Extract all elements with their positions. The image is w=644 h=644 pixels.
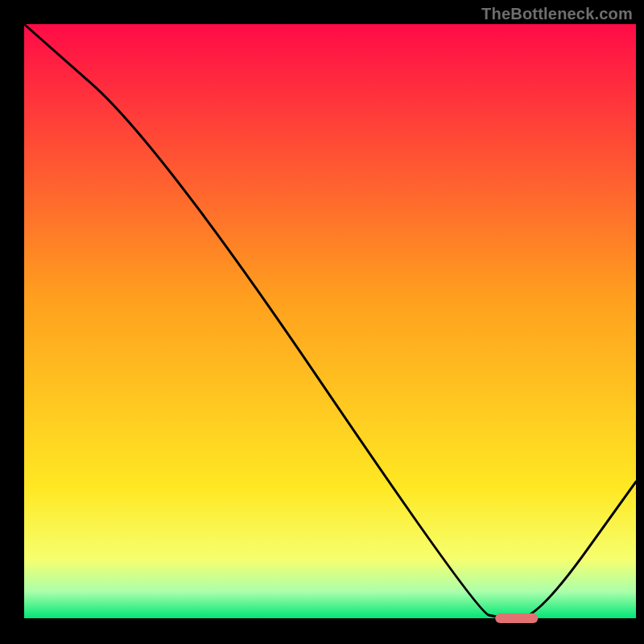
bottleneck-chart bbox=[0, 0, 644, 644]
optimal-marker bbox=[495, 613, 538, 623]
watermark-text: TheBottleneck.com bbox=[481, 5, 633, 23]
plot-background bbox=[24, 24, 636, 618]
chart-root: TheBottleneck.com bbox=[0, 0, 644, 644]
